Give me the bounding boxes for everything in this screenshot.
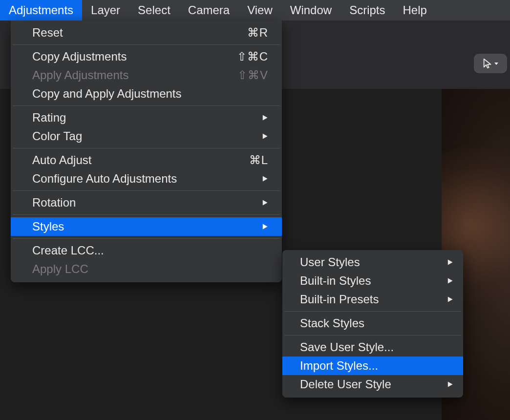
menu-label: User Styles [300,255,360,269]
submenu-item-builtin-styles[interactable]: Built-in Styles [282,272,463,290]
submenu-item-builtin-presets[interactable]: Built-in Presets [282,290,463,309]
menubar-item-camera[interactable]: Camera [179,0,238,21]
svg-marker-5 [263,224,268,229]
menu-label: Create LCC... [32,244,104,257]
svg-marker-1 [263,115,268,120]
menu-separator [13,214,280,215]
menu-item-apply-adjustments: Apply Adjustments ⇧⌘V [11,66,282,84]
menubar-item-adjustments[interactable]: Adjustments [0,0,82,21]
menu-label: Apply Adjustments [32,68,128,82]
menu-shortcut: ⌘L [249,153,268,167]
menu-separator [284,311,461,312]
menu-label: Reset [32,26,63,40]
submenu-item-save-user-style[interactable]: Save User Style... [282,338,463,357]
menu-separator [13,105,280,106]
menubar-label: Scripts [349,3,385,17]
menu-label: Delete User Style [300,378,391,391]
menu-item-configure-auto-adjustments[interactable]: Configure Auto Adjustments [11,169,282,188]
menu-label: Copy Adjustments [32,50,127,63]
submenu-arrow-icon [261,199,268,206]
menu-item-create-lcc[interactable]: Create LCC... [11,241,282,260]
adjustments-dropdown: Reset ⌘R Copy Adjustments ⇧⌘C Apply Adju… [11,21,282,282]
cursor-icon [482,58,493,69]
menu-separator [13,238,280,239]
submenu-arrow-icon [446,259,453,266]
menubar-label: Camera [188,3,230,17]
menu-label: Built-in Styles [300,274,371,288]
menu-label: Save User Style... [300,340,394,354]
menubar-label: Adjustments [9,3,73,17]
chevron-down-icon [494,61,499,66]
menu-item-rating[interactable]: Rating [11,108,282,127]
submenu-item-stack-styles[interactable]: Stack Styles [282,314,463,333]
menu-separator [13,44,280,45]
menu-label: Color Tag [32,129,82,143]
submenu-arrow-icon [261,133,268,140]
menubar-label: Layer [91,3,120,17]
submenu-arrow-icon [446,296,453,303]
menubar-item-view[interactable]: View [238,0,281,21]
svg-marker-7 [448,278,453,283]
cursor-tool-button[interactable] [474,54,507,73]
menubar-item-layer[interactable]: Layer [82,0,129,21]
menu-shortcut: ⌘R [247,26,268,40]
menu-item-reset[interactable]: Reset ⌘R [11,23,282,42]
menubar-label: Help [403,3,426,17]
submenu-item-user-styles[interactable]: User Styles [282,253,463,272]
submenu-arrow-icon [261,175,268,182]
menu-label: Import Styles... [300,359,378,373]
menu-item-color-tag[interactable]: Color Tag [11,127,282,146]
svg-marker-2 [263,133,268,139]
menu-item-apply-lcc: Apply LCC [11,260,282,278]
menubar-item-window[interactable]: Window [281,0,340,21]
submenu-arrow-icon [261,114,268,121]
menu-item-auto-adjust[interactable]: Auto Adjust ⌘L [11,151,282,169]
menu-label: Rotation [32,196,76,210]
menu-item-copy-and-apply-adjustments[interactable]: Copy and Apply Adjustments [11,84,282,103]
menu-separator [13,190,280,191]
menu-item-rotation[interactable]: Rotation [11,193,282,212]
menubar-item-help[interactable]: Help [394,0,435,21]
menu-label: Configure Auto Adjustments [32,172,177,186]
menu-label: Auto Adjust [32,153,91,167]
submenu-arrow-icon [261,223,268,230]
menu-label: Rating [32,111,66,125]
svg-marker-9 [448,381,453,387]
menu-label: Apply LCC [32,262,88,276]
svg-marker-4 [263,200,268,205]
menubar-label: View [247,3,273,17]
menubar-label: Select [138,3,170,17]
menu-shortcut: ⇧⌘V [237,68,268,82]
submenu-arrow-icon [446,381,453,388]
svg-marker-0 [494,63,498,65]
submenu-item-delete-user-style[interactable]: Delete User Style [282,375,463,394]
menu-label: Copy and Apply Adjustments [32,87,182,101]
menu-separator [13,148,280,148]
submenu-arrow-icon [446,277,453,284]
menubar-label: Window [290,3,332,17]
styles-submenu: User Styles Built-in Styles Built-in Pre… [282,250,463,398]
menubar: Adjustments Layer Select Camera View Win… [0,0,510,21]
menu-label: Built-in Presets [300,293,379,306]
menu-item-copy-adjustments[interactable]: Copy Adjustments ⇧⌘C [11,47,282,66]
svg-marker-8 [448,296,453,302]
menubar-item-scripts[interactable]: Scripts [340,0,394,21]
menu-label: Stack Styles [300,316,364,330]
menu-separator [284,335,461,336]
menu-item-styles[interactable]: Styles [11,217,282,236]
submenu-item-import-styles[interactable]: Import Styles... [282,357,463,375]
menu-label: Styles [32,220,64,233]
svg-marker-6 [448,259,453,265]
svg-marker-3 [263,176,268,181]
menubar-item-select[interactable]: Select [129,0,179,21]
menu-shortcut: ⇧⌘C [237,50,268,63]
